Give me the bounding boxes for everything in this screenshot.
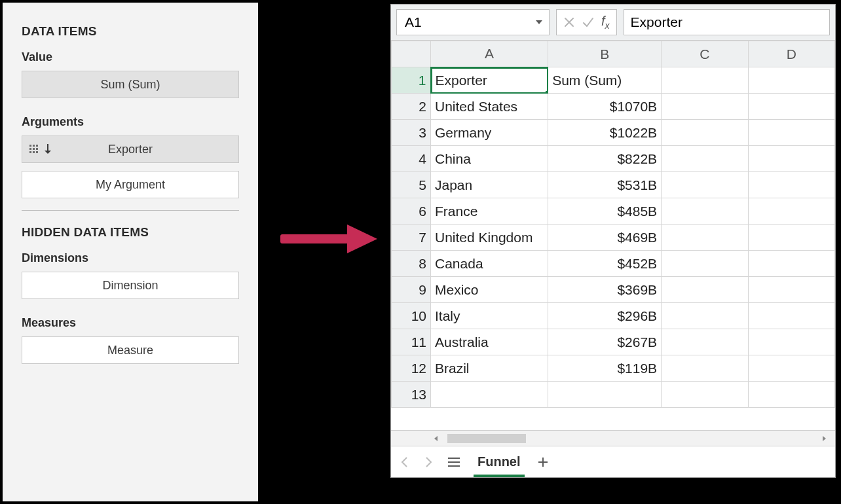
row-header[interactable]: 10	[392, 303, 431, 329]
cell[interactable]	[748, 172, 834, 198]
column-header-C[interactable]: C	[662, 41, 748, 67]
cell[interactable]	[748, 120, 834, 146]
cell-B1[interactable]: Sum (Sum)	[548, 67, 662, 94]
cell[interactable]: $531B	[548, 172, 662, 198]
cell[interactable]	[662, 225, 748, 251]
svg-rect-7	[33, 151, 35, 153]
cell[interactable]	[662, 146, 748, 172]
cell[interactable]	[662, 94, 748, 120]
cell[interactable]	[748, 198, 834, 225]
cell[interactable]	[748, 355, 834, 382]
grid-area[interactable]: A B C D 1 Exporter Sum (Sum) 2United Sta…	[391, 40, 835, 430]
formula-bar-buttons: fx	[556, 9, 617, 35]
row-header[interactable]: 13	[392, 382, 431, 408]
cell-C1[interactable]	[662, 67, 748, 94]
cell[interactable]: Japan	[431, 172, 548, 198]
cancel-icon[interactable]	[563, 16, 575, 28]
cell[interactable]	[748, 303, 834, 329]
formula-input-value: Exporter	[631, 14, 682, 30]
row-header[interactable]: 1	[392, 67, 431, 94]
row-header[interactable]: 9	[392, 277, 431, 303]
argument-field-placeholder[interactable]: My Argument	[22, 171, 239, 198]
cell[interactable]: $485B	[548, 198, 662, 225]
cell[interactable]: $1022B	[548, 120, 662, 146]
cell[interactable]: $267B	[548, 329, 662, 355]
dimension-field[interactable]: Dimension	[22, 272, 239, 299]
cell[interactable]: $1070B	[548, 94, 662, 120]
cell[interactable]	[748, 329, 834, 355]
tab-prev-icon[interactable]	[400, 456, 409, 468]
cell[interactable]	[431, 382, 548, 408]
scroll-right-icon[interactable]	[821, 435, 835, 442]
svg-rect-1	[33, 145, 35, 147]
cell[interactable]	[748, 94, 834, 120]
data-items-panel: DATA ITEMS Value Sum (Sum) Arguments Exp…	[3, 3, 258, 501]
cell[interactable]: China	[431, 146, 548, 172]
row-header[interactable]: 8	[392, 251, 431, 277]
cell[interactable]	[662, 277, 748, 303]
argument-field-exporter[interactable]: Exporter	[22, 135, 239, 163]
tab-next-icon[interactable]	[424, 456, 433, 468]
cell[interactable]: $119B	[548, 355, 662, 382]
cell[interactable]: Italy	[431, 303, 548, 329]
cell-A1[interactable]: Exporter	[431, 67, 548, 94]
row-header[interactable]: 2	[392, 94, 431, 120]
scroll-left-icon[interactable]	[433, 435, 447, 442]
scrollbar-thumb[interactable]	[447, 434, 526, 443]
row-header[interactable]: 7	[392, 225, 431, 251]
add-sheet-icon[interactable]	[538, 457, 548, 467]
cell[interactable]	[662, 329, 748, 355]
name-box-value: A1	[405, 14, 422, 30]
column-header-B[interactable]: B	[548, 41, 662, 67]
svg-rect-9	[47, 144, 48, 151]
cell[interactable]: Germany	[431, 120, 548, 146]
cell[interactable]: Mexico	[431, 277, 548, 303]
select-all-corner[interactable]	[392, 41, 431, 67]
cell[interactable]	[662, 382, 748, 408]
cell[interactable]: Brazil	[431, 355, 548, 382]
row-header[interactable]: 3	[392, 120, 431, 146]
cell[interactable]	[662, 172, 748, 198]
cell[interactable]: Canada	[431, 251, 548, 277]
cell[interactable]	[662, 355, 748, 382]
cell[interactable]: $296B	[548, 303, 662, 329]
column-header-D[interactable]: D	[748, 41, 834, 67]
enter-icon[interactable]	[582, 16, 595, 28]
cell[interactable]	[748, 146, 834, 172]
cell[interactable]: $369B	[548, 277, 662, 303]
cell[interactable]	[662, 303, 748, 329]
cell[interactable]	[748, 251, 834, 277]
cell[interactable]: United Kingdom	[431, 225, 548, 251]
cell[interactable]	[548, 382, 662, 408]
all-sheets-icon[interactable]	[447, 457, 460, 467]
row-header[interactable]: 5	[392, 172, 431, 198]
cell[interactable]: United States	[431, 94, 548, 120]
cell[interactable]: France	[431, 198, 548, 225]
measure-field[interactable]: Measure	[22, 336, 239, 364]
formula-input[interactable]: Exporter	[624, 9, 830, 35]
svg-marker-17	[823, 436, 826, 441]
data-items-title: DATA ITEMS	[22, 24, 239, 39]
cell-D1[interactable]	[748, 67, 834, 94]
fx-icon[interactable]: fx	[601, 14, 610, 31]
cell[interactable]: Australia	[431, 329, 548, 355]
cell[interactable]	[748, 382, 834, 408]
column-header-A[interactable]: A	[431, 41, 548, 67]
cell[interactable]	[662, 251, 748, 277]
row-header[interactable]: 4	[392, 146, 431, 172]
cell[interactable]: $822B	[548, 146, 662, 172]
horizontal-scrollbar[interactable]	[391, 430, 835, 446]
cell[interactable]	[662, 198, 748, 225]
cell[interactable]: $469B	[548, 225, 662, 251]
value-field[interactable]: Sum (Sum)	[22, 71, 239, 98]
cell[interactable]: $452B	[548, 251, 662, 277]
sheet-tab-funnel[interactable]: Funnel	[475, 450, 523, 473]
row-header[interactable]: 6	[392, 198, 431, 225]
cell[interactable]	[748, 225, 834, 251]
row-header[interactable]: 11	[392, 329, 431, 355]
cell[interactable]	[662, 120, 748, 146]
cell[interactable]	[748, 277, 834, 303]
measure-field-text: Measure	[107, 344, 153, 357]
row-header[interactable]: 12	[392, 355, 431, 382]
name-box[interactable]: A1	[396, 9, 550, 35]
